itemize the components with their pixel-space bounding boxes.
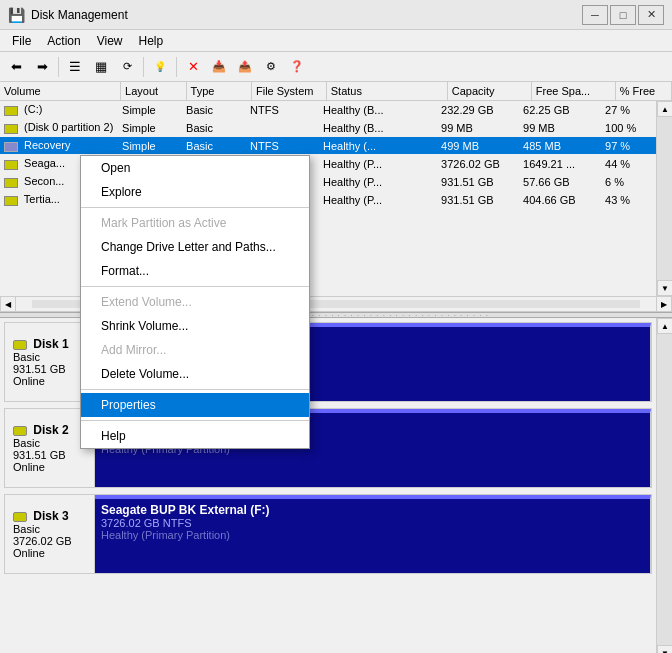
partition-label: Seagate BUP BK External (F:) <box>101 503 644 517</box>
menu-view[interactable]: View <box>89 32 131 50</box>
cell-layout: Simple <box>118 103 182 117</box>
scroll-left-button[interactable]: ◀ <box>0 296 16 312</box>
import-button[interactable]: 📥 <box>207 55 231 79</box>
col-header-fs[interactable]: File System <box>252 82 327 100</box>
cell-type: Basic <box>182 139 246 153</box>
cell-pctfree: 97 % <box>601 139 656 153</box>
help-button-1[interactable]: 💡 <box>148 55 172 79</box>
col-header-type[interactable]: Type <box>187 82 252 100</box>
scroll-track[interactable] <box>657 117 672 280</box>
disk-size: 931.51 GB <box>13 363 86 375</box>
cell-type: Basic <box>182 121 246 135</box>
ctx-properties[interactable]: Properties <box>81 393 309 417</box>
disk-row: Disk 3 Basic 3726.02 GB Online Seagate B… <box>4 494 652 574</box>
disk-type: Basic <box>13 437 86 449</box>
help-button-2[interactable]: ❓ <box>285 55 309 79</box>
table-row[interactable]: Recovery Simple Basic NTFS Healthy (... … <box>0 137 656 155</box>
cell-status: Healthy (B... <box>319 121 437 135</box>
window-title: Disk Management <box>31 8 128 22</box>
menu-bar: File Action View Help <box>0 30 672 52</box>
table-vscrollbar[interactable]: ▲ ▼ <box>656 101 672 296</box>
scroll-down-button[interactable]: ▼ <box>657 280 672 296</box>
disk-scroll-down-button[interactable]: ▼ <box>657 645 672 653</box>
context-menu: Open Explore Mark Partition as Active Ch… <box>80 155 310 449</box>
toolbar-separator-3 <box>176 57 177 77</box>
cell-pctfree: 6 % <box>601 175 656 189</box>
disk-icon <box>13 340 27 350</box>
minimize-button[interactable]: ─ <box>582 5 608 25</box>
partition-status: Healthy (Primary Partition) <box>101 529 644 541</box>
disk-label: Disk 3 Basic 3726.02 GB Online <box>5 495 95 573</box>
cell-pctfree: 27 % <box>601 103 656 117</box>
disk-status: Online <box>13 547 86 559</box>
col-header-volume[interactable]: Volume <box>0 82 121 100</box>
export-button[interactable]: 📤 <box>233 55 257 79</box>
ctx-mark-active: Mark Partition as Active <box>81 211 309 235</box>
ctx-change-drive-letter[interactable]: Change Drive Letter and Paths... <box>81 235 309 259</box>
partition[interactable]: Seagate BUP BK External (F:) 3726.02 GB … <box>95 495 651 573</box>
cell-capacity: 99 MB <box>437 121 519 135</box>
ctx-separator-3 <box>81 389 309 390</box>
col-header-status[interactable]: Status <box>327 82 448 100</box>
ctx-explore[interactable]: Explore <box>81 180 309 204</box>
scroll-right-button[interactable]: ▶ <box>656 296 672 312</box>
cell-volume: (C:) <box>0 102 118 116</box>
ctx-shrink-volume[interactable]: Shrink Volume... <box>81 314 309 338</box>
drive-icon <box>4 160 18 170</box>
col-header-freespace[interactable]: Free Spa... <box>532 82 616 100</box>
disk-type: Basic <box>13 351 86 363</box>
table-header: Volume Layout Type File System Status Ca… <box>0 82 672 101</box>
properties-toolbar-button[interactable]: ⚙ <box>259 55 283 79</box>
menu-action[interactable]: Action <box>39 32 88 50</box>
disk-scroll-up-button[interactable]: ▲ <box>657 318 672 334</box>
drive-icon <box>4 178 18 188</box>
disk-size: 3726.02 GB <box>13 535 86 547</box>
drive-icon <box>4 124 18 134</box>
col-header-pctfree[interactable]: % Free <box>616 82 672 100</box>
cell-pctfree: 43 % <box>601 193 656 207</box>
cell-volume: Recovery <box>0 138 118 152</box>
scroll-up-button[interactable]: ▲ <box>657 101 672 117</box>
details-view-button[interactable]: ▦ <box>89 55 113 79</box>
ctx-open[interactable]: Open <box>81 156 309 180</box>
disk-scroll-track[interactable] <box>657 334 672 645</box>
col-header-capacity[interactable]: Capacity <box>448 82 532 100</box>
table-row[interactable]: (C:) Simple Basic NTFS Healthy (B... 232… <box>0 101 656 119</box>
cell-layout: Simple <box>118 121 182 135</box>
refresh-button[interactable]: ⟳ <box>115 55 139 79</box>
cell-freespace: 485 MB <box>519 139 601 153</box>
ctx-separator-1 <box>81 207 309 208</box>
ctx-separator-2 <box>81 286 309 287</box>
drive-icon <box>4 106 18 116</box>
window-controls: ─ □ ✕ <box>582 5 664 25</box>
disk-partitions: Seagate BUP BK External (F:) 3726.02 GB … <box>95 495 651 573</box>
ctx-help[interactable]: Help <box>81 424 309 448</box>
back-button[interactable]: ⬅ <box>4 55 28 79</box>
col-header-layout[interactable]: Layout <box>121 82 186 100</box>
app-icon: 💾 <box>8 7 25 23</box>
cell-capacity: 499 MB <box>437 139 519 153</box>
disk-icon <box>13 426 27 436</box>
cell-freespace: 62.25 GB <box>519 103 601 117</box>
cell-fs <box>246 127 319 129</box>
disk-name: Disk 1 <box>13 337 86 351</box>
list-view-button[interactable]: ☰ <box>63 55 87 79</box>
table-row[interactable]: (Disk 0 partition 2) Simple Basic Health… <box>0 119 656 137</box>
menu-help[interactable]: Help <box>131 32 172 50</box>
disk-icon <box>13 512 27 522</box>
maximize-button[interactable]: □ <box>610 5 636 25</box>
menu-file[interactable]: File <box>4 32 39 50</box>
ctx-delete-volume[interactable]: Delete Volume... <box>81 362 309 386</box>
disk-vscrollbar[interactable]: ▲ ▼ <box>656 318 672 653</box>
cell-freespace: 99 MB <box>519 121 601 135</box>
cell-pctfree: 100 % <box>601 121 656 135</box>
forward-button[interactable]: ➡ <box>30 55 54 79</box>
delete-button[interactable]: ✕ <box>181 55 205 79</box>
ctx-extend-volume: Extend Volume... <box>81 290 309 314</box>
disk-name: Disk 3 <box>13 509 86 523</box>
toolbar-separator-2 <box>143 57 144 77</box>
ctx-format[interactable]: Format... <box>81 259 309 283</box>
toolbar-separator-1 <box>58 57 59 77</box>
drive-icon <box>4 142 18 152</box>
close-button[interactable]: ✕ <box>638 5 664 25</box>
